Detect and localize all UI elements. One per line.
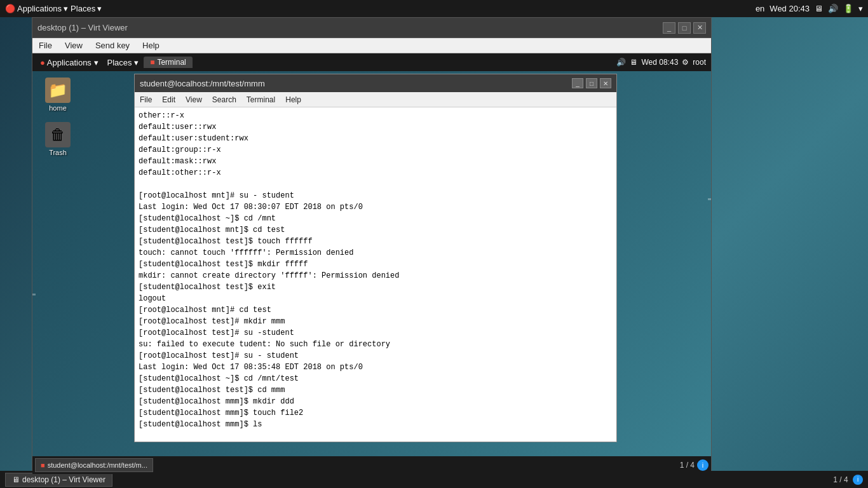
desktop: desktop (1) – Virt Viewer _ □ ✕ File Vie… xyxy=(0,17,868,488)
terminal-ls-output: ddd file2 xyxy=(139,430,613,442)
terminal-line-14: mkdir: cannot create directory 'fffff': … xyxy=(139,270,613,281)
terminal-line-5: default:mask::rwx xyxy=(139,156,613,167)
terminal-line-11: [student@localhost test]$ touch ffffff xyxy=(139,236,613,247)
terminal-menu-bar: File Edit View Search Terminal Help xyxy=(135,92,616,107)
terminal-title-buttons: _ □ ✕ xyxy=(572,78,611,88)
vv-menu-help[interactable]: Help xyxy=(140,39,162,51)
bottom-pager: 1 / 4 i xyxy=(833,475,863,485)
terminal-line-12: touch: cannot touch 'ffffff': Permission… xyxy=(139,247,613,259)
places-menu-button[interactable]: Places ▾ xyxy=(71,4,102,13)
terminal-line-6: default:other::r-x xyxy=(139,167,613,179)
terminal-line-19: [root@localhost test]# su -student xyxy=(139,327,613,339)
terminal-line-blank-1 xyxy=(139,179,613,190)
fedora-icon: 🔴 xyxy=(5,4,15,13)
top-bar-right: en Wed 20:43 🖥 🔊 🔋 ▾ xyxy=(756,4,863,13)
terminal-line-21: [root@localhost test]# su - student xyxy=(139,350,613,362)
datetime-label: Wed 20:43 xyxy=(770,4,810,13)
terminal-line-16: logout xyxy=(139,293,613,304)
virt-viewer-minimize-button[interactable]: _ xyxy=(663,22,675,34)
bottom-task-icon: 🖥 xyxy=(12,475,20,484)
virt-viewer-title: desktop (1) – Virt Viewer xyxy=(37,23,128,32)
terminal-line-18: [root@localhost test]# mkdir mmm xyxy=(139,316,613,327)
inner-fedora-icon: ● xyxy=(40,58,45,67)
virt-viewer-close-button[interactable]: ✕ xyxy=(693,22,706,34)
term-menu-help[interactable]: Help xyxy=(285,95,301,104)
side-artifact-2 xyxy=(32,294,36,295)
inner-user-label: root xyxy=(693,58,706,67)
inner-taskbar: ■ student@localhost:/mnt/test/m... 1 / 4… xyxy=(32,456,711,474)
battery-icon: 🔋 xyxy=(843,4,853,13)
home-folder-icon: 📁 xyxy=(45,78,71,103)
terminal-line-17: [root@localhost mnt]# cd test xyxy=(139,304,613,316)
terminal-tab-button[interactable]: ■ Terminal xyxy=(144,57,193,68)
system-top-bar: 🔴 Applications ▾ Places ▾ en Wed 20:43 🖥… xyxy=(0,0,868,17)
term-menu-view[interactable]: View xyxy=(186,95,202,104)
inner-places-button[interactable]: Places ▾ xyxy=(104,57,143,69)
inner-taskbar-pager: 1 / 4 i xyxy=(680,459,709,471)
applications-menu-button[interactable]: 🔴 Applications ▾ xyxy=(5,4,68,13)
inner-places-arrow: ▾ xyxy=(134,58,139,67)
bottom-task-virt-viewer[interactable]: 🖥 desktop (1) – Virt Viewer xyxy=(5,473,112,487)
trash-icon[interactable]: 🗑 Trash xyxy=(39,122,77,156)
terminal-line-1: other::r-x xyxy=(139,110,613,121)
terminal-line-4: default:group::r-x xyxy=(139,144,613,156)
side-artifact-1 xyxy=(708,198,711,200)
taskbar-terminal-icon: ■ xyxy=(41,461,45,469)
term-menu-terminal[interactable]: Terminal xyxy=(247,95,275,104)
virt-viewer-titlebar: desktop (1) – Virt Viewer _ □ ✕ xyxy=(32,18,711,38)
applications-arrow-icon: ▾ xyxy=(64,4,68,13)
terminal-line-13: [student@localhost test]$ mkdir fffff xyxy=(139,259,613,270)
top-bar-left: 🔴 Applications ▾ Places ▾ xyxy=(5,4,102,13)
monitor-icon: 🖥 xyxy=(815,4,823,13)
settings-arrow-icon: ▾ xyxy=(858,4,863,13)
terminal-titlebar: student@localhost:/mnt/test/mmm _ □ ✕ xyxy=(135,74,616,92)
terminal-content[interactable]: other::r-x default:user::rwx default:use… xyxy=(135,107,616,442)
inner-volume-icon: 🔊 xyxy=(616,58,626,67)
vv-menu-sendkey[interactable]: Send key xyxy=(93,39,132,51)
terminal-line-25: [student@localhost mmm]$ mkdir ddd xyxy=(139,396,613,407)
virt-viewer-window: desktop (1) – Virt Viewer _ □ ✕ File Vie… xyxy=(32,17,712,475)
trash-bin-icon: 🗑 xyxy=(45,122,71,147)
terminal-line-3: default:user:student:rwx xyxy=(139,133,613,144)
terminal-window: student@localhost:/mnt/test/mmm _ □ ✕ Fi… xyxy=(134,74,617,442)
inner-topbar-left: ● Applications ▾ Places ▾ ■ Terminal xyxy=(32,57,193,69)
terminal-close-button[interactable]: ✕ xyxy=(600,78,611,88)
terminal-line-24: [student@localhost test]$ cd mmm xyxy=(139,384,613,396)
terminal-line-9: [student@localhost ~]$ cd /mnt xyxy=(139,213,613,224)
term-menu-file[interactable]: File xyxy=(140,95,152,104)
places-arrow-icon: ▾ xyxy=(97,4,102,13)
bottom-info-icon: i xyxy=(853,475,863,485)
terminal-line-26: [student@localhost mmm]$ touch file2 xyxy=(139,407,613,419)
virt-viewer-controls: _ □ ✕ xyxy=(663,22,706,34)
taskbar-terminal-item[interactable]: ■ student@localhost:/mnt/test/m... xyxy=(35,458,153,472)
virt-viewer-menu: File View Send key Help xyxy=(32,38,711,53)
terminal-window-title: student@localhost:/mnt/test/mmm xyxy=(140,79,265,88)
terminal-maximize-button[interactable]: □ xyxy=(586,78,597,88)
inner-topbar-right: 🔊 🖥 Wed 08:43 ⚙ root xyxy=(616,58,711,67)
vv-menu-view[interactable]: View xyxy=(62,39,85,51)
terminal-line-15: [student@localhost test]$ exit xyxy=(139,281,613,293)
terminal-line-10: [student@localhost mnt]$ cd test xyxy=(139,224,613,236)
inner-topbar: ● Applications ▾ Places ▾ ■ Terminal 🔊 xyxy=(32,53,711,71)
terminal-line-27: [student@localhost mmm]$ ls xyxy=(139,419,613,430)
inner-app-arrow: ▾ xyxy=(94,58,98,67)
volume-icon: 🔊 xyxy=(828,4,838,13)
inner-settings-icon: ⚙ xyxy=(682,58,689,67)
term-menu-edit[interactable]: Edit xyxy=(162,95,175,104)
terminal-line-7: [root@localhost mnt]# su - student xyxy=(139,190,613,201)
terminal-minimize-button[interactable]: _ xyxy=(572,78,583,88)
lang-indicator: en xyxy=(756,4,764,13)
inner-time: Wed 08:43 xyxy=(641,58,678,67)
inner-applications-button[interactable]: ● Applications ▾ xyxy=(36,57,102,69)
home-icon[interactable]: 📁 home xyxy=(39,78,77,112)
inner-screen-icon: 🖥 xyxy=(630,58,637,67)
terminal-line-22: Last login: Wed Oct 17 08:35:48 EDT 2018… xyxy=(139,362,613,373)
virt-viewer-maximize-button[interactable]: □ xyxy=(678,22,691,34)
terminal-line-2: default:user::rwx xyxy=(139,121,613,133)
terminal-tab-icon: ■ xyxy=(150,58,154,67)
term-menu-search[interactable]: Search xyxy=(212,95,236,104)
terminal-line-8: Last login: Wed Oct 17 08:30:07 EDT 2018… xyxy=(139,201,613,213)
vv-menu-file[interactable]: File xyxy=(36,39,55,51)
terminal-line-20: su: failed to execute tudent: No such fi… xyxy=(139,339,613,350)
vm-display: ● Applications ▾ Places ▾ ■ Terminal 🔊 xyxy=(32,53,711,474)
